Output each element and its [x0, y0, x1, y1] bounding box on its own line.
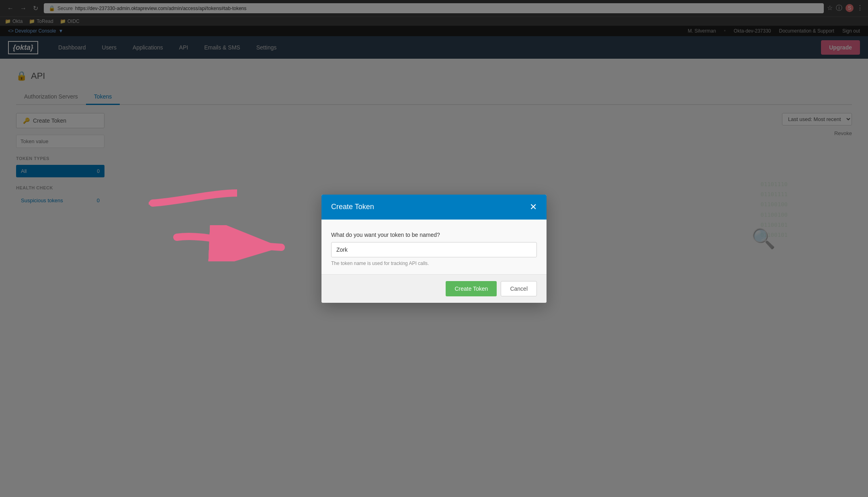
modal-header: Create Token ✕ — [321, 195, 547, 220]
modal-cancel-button[interactable]: Cancel — [501, 281, 537, 296]
modal-body: What do you want your token to be named?… — [321, 220, 547, 274]
modal-hint: The token name is used for tracking API … — [331, 261, 537, 266]
arrow-right-annotation — [173, 225, 285, 261]
arrow-left-annotation — [149, 185, 237, 217]
modal-overlay: Create Token ✕ What do you want your tok… — [0, 0, 868, 497]
modal-create-button[interactable]: Create Token — [446, 281, 497, 296]
create-token-modal: Create Token ✕ What do you want your tok… — [321, 195, 547, 303]
modal-title: Create Token — [331, 203, 374, 211]
modal-question: What do you want your token to be named? — [331, 232, 537, 238]
modal-footer: Create Token Cancel — [321, 274, 547, 303]
modal-close-button[interactable]: ✕ — [530, 203, 537, 212]
token-name-input[interactable] — [331, 242, 537, 257]
